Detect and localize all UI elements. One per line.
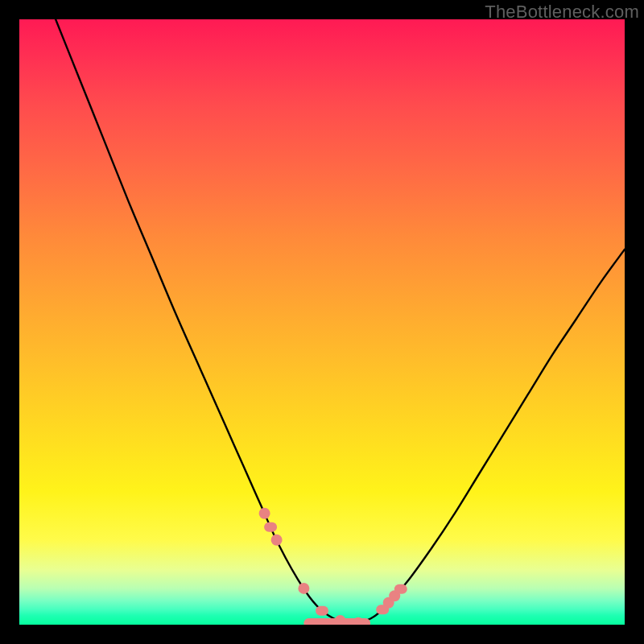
bottleneck-curve-path [56,19,625,623]
ideal-marker [271,535,283,546]
ideal-zone-markers [259,508,407,625]
ideal-marker [259,508,270,519]
bottleneck-curve-svg [19,19,625,625]
chart-frame: TheBottleneck.com [0,0,644,644]
ideal-marker [316,606,328,616]
plot-area [19,19,625,625]
ideal-marker [264,522,277,532]
watermark-text: TheBottleneck.com [485,2,639,23]
ideal-marker-bar [303,618,370,625]
ideal-marker [394,584,407,594]
ideal-marker [298,583,309,594]
